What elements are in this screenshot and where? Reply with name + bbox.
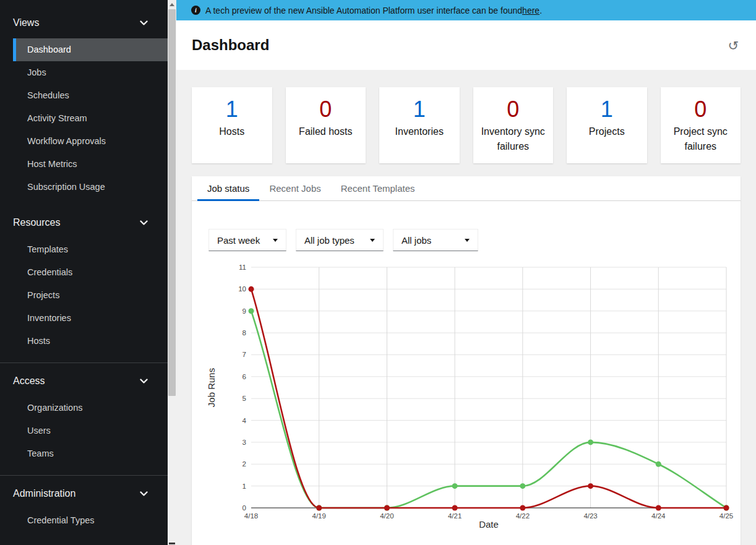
y-tick-label: 11 (239, 264, 246, 271)
data-point-successful-jobs[interactable] (249, 308, 254, 314)
data-point-failed-jobs[interactable] (384, 505, 390, 511)
summary-card-failed-hosts[interactable]: 0Failed hosts (286, 87, 366, 163)
scrollbar-bottom-mark (169, 543, 175, 544)
nav-section-header-administration[interactable]: Administration (0, 483, 168, 504)
tab-recent-templates[interactable]: Recent Templates (331, 176, 425, 200)
data-point-failed-jobs[interactable] (249, 286, 254, 292)
summary-card-projects[interactable]: 1Projects (567, 87, 647, 163)
sidebar-item-templates[interactable]: Templates (13, 238, 168, 261)
y-tick-label: 7 (243, 351, 246, 358)
x-tick-label: 4/22 (516, 512, 530, 520)
banner-text: A tech preview of the new Ansible Automa… (205, 6, 522, 15)
job-status-panel: Job statusRecent JobsRecent Templates Pa… (192, 176, 741, 545)
page-title: Dashboard (192, 36, 269, 54)
select-value: All jobs (402, 235, 431, 246)
y-tick-label: 6 (243, 373, 246, 380)
sidebar-item-inventories[interactable]: Inventories (13, 307, 168, 330)
job-type-select[interactable]: All job types (296, 229, 384, 251)
jobs-select[interactable]: All jobs (393, 229, 478, 251)
x-tick-label: 4/18 (244, 512, 258, 520)
select-value: Past week (217, 235, 260, 246)
tab-recent-jobs[interactable]: Recent Jobs (259, 176, 330, 200)
data-point-failed-jobs[interactable] (588, 483, 593, 489)
nav-list: TemplatesCredentialsProjectsInventoriesH… (0, 238, 168, 353)
main-area: i A tech preview of the new Ansible Auto… (176, 0, 756, 545)
data-point-failed-jobs[interactable] (656, 505, 661, 511)
y-tick-label: 9 (243, 307, 246, 315)
summary-card-project-sync-failures[interactable]: 0Project sync failures (661, 87, 741, 163)
x-tick-label: 4/24 (651, 512, 666, 520)
summary-card-hosts[interactable]: 1Hosts (192, 87, 272, 163)
card-label: Hosts (192, 124, 272, 139)
x-tick-label: 4/19 (312, 512, 326, 520)
info-icon: i (191, 6, 200, 15)
nav-section-header-access[interactable]: Access (0, 371, 168, 392)
sidebar-item-organizations[interactable]: Organizations (13, 397, 168, 419)
x-tick-label: 4/23 (583, 512, 597, 520)
page-header: Dashboard ↺ (176, 20, 756, 70)
nav-section-header-views[interactable]: Views (0, 12, 168, 33)
chevron-down-icon (140, 488, 148, 499)
data-point-successful-jobs[interactable] (520, 483, 525, 489)
dashboard-tabs: Job statusRecent JobsRecent Templates (192, 176, 741, 201)
summary-card-inventory-sync-failures[interactable]: 0Inventory sync failures (473, 87, 554, 163)
scrollbar-up-button[interactable] (168, 0, 176, 9)
sidebar-item-projects[interactable]: Projects (13, 284, 168, 307)
scrollbar-thumb[interactable] (168, 9, 176, 396)
tab-job-status[interactable]: Job status (197, 176, 259, 200)
card-value: 0 (473, 96, 554, 123)
scroll-up-icon (170, 3, 174, 6)
data-point-successful-jobs[interactable] (656, 461, 661, 467)
y-tick-label: 4 (243, 417, 247, 424)
chevron-down-icon (140, 375, 148, 387)
sidebar-item-hosts[interactable]: Hosts (13, 330, 168, 353)
data-point-successful-jobs[interactable] (452, 483, 458, 489)
y-tick-label: 3 (243, 439, 246, 446)
app-root: ViewsDashboardJobsSchedulesActivity Stre… (0, 0, 756, 545)
nav-list: Credential Types (0, 509, 168, 532)
nav-section-label: Resources (13, 217, 60, 228)
data-point-failed-jobs[interactable] (316, 505, 322, 511)
y-tick-label: 10 (238, 285, 246, 293)
sidebar-item-jobs[interactable]: Jobs (13, 61, 168, 84)
data-point-successful-jobs[interactable] (588, 439, 593, 445)
here-link[interactable]: here (522, 6, 539, 15)
sidebar-item-users[interactable]: Users (13, 419, 168, 442)
sidebar-item-dashboard[interactable]: Dashboard (13, 38, 168, 61)
select-value: All job types (304, 235, 354, 246)
x-tick-label: 4/21 (448, 512, 462, 520)
tech-preview-banner: i A tech preview of the new Ansible Auto… (176, 0, 756, 20)
nav-section-label: Administration (13, 488, 75, 499)
nav-section-views: ViewsDashboardJobsSchedulesActivity Stre… (0, 9, 168, 208)
sidebar-item-credentials[interactable]: Credentials (13, 261, 168, 284)
y-axis-title: Job Runs (206, 368, 217, 407)
summary-card-inventories[interactable]: 1Inventories (379, 87, 460, 163)
sidebar-item-subscription-usage[interactable]: Subscription Usage (13, 176, 168, 199)
data-point-failed-jobs[interactable] (520, 505, 525, 511)
card-value: 0 (286, 96, 366, 123)
y-tick-label: 5 (243, 395, 246, 402)
sidebar-item-workflow-approvals[interactable]: Workflow Approvals (13, 130, 168, 153)
y-tick-label: 1 (243, 483, 246, 490)
sidebar-item-host-metrics[interactable]: Host Metrics (13, 153, 168, 176)
card-value: 1 (567, 96, 647, 123)
sidebar-item-schedules[interactable]: Schedules (13, 84, 168, 107)
data-point-failed-jobs[interactable] (724, 505, 729, 511)
caret-down-icon (465, 239, 470, 242)
data-point-failed-jobs[interactable] (452, 505, 458, 511)
caret-down-icon (370, 239, 375, 242)
chevron-down-icon (140, 17, 148, 28)
card-label: Inventory sync failures (473, 124, 554, 154)
nav-list: OrganizationsUsersTeams (0, 397, 168, 465)
sidebar-item-teams[interactable]: Teams (13, 442, 168, 465)
history-icon[interactable]: ↺ (728, 39, 739, 52)
sidebar-scrollbar[interactable] (168, 0, 176, 545)
chevron-down-icon (140, 217, 148, 228)
nav-section-header-resources[interactable]: Resources (0, 212, 168, 233)
content: 1Hosts0Failed hosts1Inventories0Inventor… (176, 70, 756, 545)
chart-filters: Past weekAll job typesAll jobs (192, 201, 741, 251)
period-select[interactable]: Past week (208, 229, 286, 251)
sidebar-item-activity-stream[interactable]: Activity Stream (13, 107, 168, 130)
y-tick-label: 8 (243, 329, 246, 337)
sidebar-item-credential-types[interactable]: Credential Types (13, 509, 168, 532)
